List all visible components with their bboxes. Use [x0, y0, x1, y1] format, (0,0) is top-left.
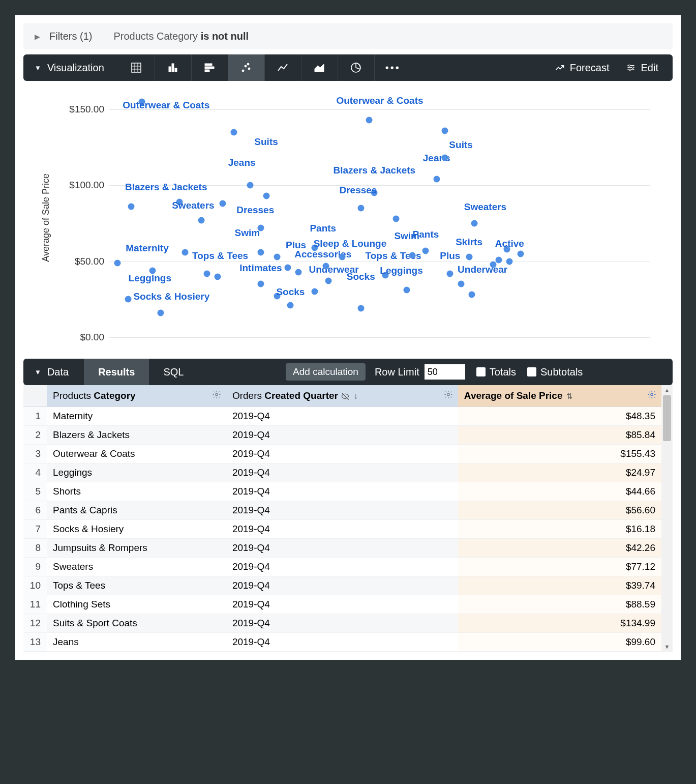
scatter-point[interactable] — [404, 287, 410, 294]
chart-type-area[interactable] — [301, 54, 338, 81]
scatter-point[interactable] — [392, 215, 399, 222]
scatter-point[interactable] — [128, 204, 134, 210]
scatter-point[interactable] — [125, 296, 132, 303]
forecast-button[interactable]: Forecast — [547, 62, 618, 74]
row-number: 4 — [23, 463, 47, 482]
expand-filters-icon[interactable]: ▶ — [35, 33, 40, 41]
scatter-point[interactable] — [447, 270, 453, 277]
scatter-point[interactable] — [198, 217, 204, 223]
scatter-point[interactable] — [158, 310, 164, 316]
scatter-point[interactable] — [176, 199, 183, 206]
scatter-point[interactable] — [114, 259, 120, 266]
point-label: Swim — [394, 230, 419, 242]
scroll-thumb[interactable] — [663, 395, 671, 441]
scatter-point[interactable] — [181, 249, 188, 255]
scatter-point[interactable] — [357, 205, 364, 212]
scatter-point[interactable] — [490, 261, 497, 268]
scatter-point[interactable] — [409, 252, 415, 258]
scatter-point[interactable] — [203, 270, 210, 277]
scatter-point[interactable] — [138, 98, 145, 105]
scatter-point[interactable] — [458, 281, 464, 287]
totals-checkbox[interactable]: Totals — [476, 366, 516, 378]
table-row[interactable]: 13Jeans2019-Q4$99.60 — [23, 633, 661, 652]
table-row[interactable]: 9Sweaters2019-Q4$77.12 — [23, 558, 661, 576]
table-row[interactable]: 3Outerwear & Coats2019-Q4$155.43 — [23, 445, 661, 463]
tab-results[interactable]: Results — [84, 359, 149, 385]
table-row[interactable]: 10Tops & Tees2019-Q4$39.74 — [23, 576, 661, 595]
table-row[interactable]: 6Pants & Capris2019-Q4$56.60 — [23, 501, 661, 520]
subtotals-checkbox[interactable]: Subtotals — [527, 366, 594, 378]
edit-visualization-button[interactable]: Edit — [618, 62, 673, 74]
gear-icon[interactable] — [647, 390, 656, 402]
scatter-point[interactable] — [357, 305, 364, 312]
scatter-point[interactable] — [504, 246, 510, 252]
pivot-icon[interactable]: ⇅ — [566, 392, 573, 400]
scatter-point[interactable] — [471, 220, 478, 226]
tab-sql[interactable]: SQL — [149, 359, 198, 385]
scatter-point[interactable] — [295, 269, 302, 275]
vertical-scrollbar[interactable]: ▲ ▼ — [661, 385, 673, 652]
scatter-point[interactable] — [441, 155, 448, 161]
collapse-visualization-icon[interactable]: ▼ — [23, 64, 47, 72]
header-orders-quarter[interactable]: Orders Created Quarter ↓ — [226, 385, 458, 407]
filters-bar[interactable]: ▶ Filters (1) Products Category is not n… — [23, 23, 673, 49]
chart-type-bar[interactable] — [192, 54, 228, 81]
scatter-point[interactable] — [433, 176, 440, 183]
row-limit-input[interactable] — [425, 364, 465, 380]
scatter-point[interactable] — [312, 244, 318, 251]
add-calculation-button[interactable]: Add calculation — [286, 363, 366, 381]
table-row[interactable]: 8Jumpsuits & Rompers2019-Q4$42.26 — [23, 539, 661, 558]
scatter-point[interactable] — [517, 250, 524, 257]
scatter-point[interactable] — [149, 267, 156, 274]
scatter-point[interactable] — [274, 253, 280, 260]
scatter-point[interactable] — [220, 200, 226, 207]
table-row[interactable]: 1Maternity2019-Q4$48.35 — [23, 407, 661, 426]
scatter-point[interactable] — [366, 117, 372, 123]
table-row[interactable]: 4Leggings2019-Q4$24.97 — [23, 463, 661, 482]
point-label: Socks — [347, 271, 375, 282]
sort-desc-icon[interactable]: ↓ — [354, 391, 358, 401]
chart-type-scatter[interactable] — [228, 54, 265, 81]
gear-icon[interactable] — [212, 390, 221, 402]
table-row[interactable]: 7Socks & Hosiery2019-Q4$16.18 — [23, 520, 661, 539]
scatter-point[interactable] — [468, 292, 475, 298]
scatter-plot[interactable]: $0.00$50.00$100.00$150.00Outerwear & Coa… — [53, 88, 653, 347]
scroll-up-icon[interactable]: ▲ — [661, 385, 673, 395]
scatter-point[interactable] — [257, 224, 264, 231]
table-row[interactable]: 2Blazers & Jackets2019-Q4$85.84 — [23, 426, 661, 445]
scatter-point[interactable] — [496, 256, 502, 263]
scatter-point[interactable] — [257, 281, 264, 287]
scatter-point[interactable] — [285, 264, 291, 271]
scroll-down-icon[interactable]: ▼ — [661, 642, 673, 652]
table-row[interactable]: 12Suits & Sport Coats2019-Q4$134.99 — [23, 614, 661, 633]
scatter-point[interactable] — [322, 263, 329, 269]
gear-icon[interactable] — [444, 390, 453, 402]
chart-type-line[interactable] — [265, 54, 301, 81]
header-products-category[interactable]: Products Category — [47, 385, 226, 407]
scatter-point[interactable] — [422, 247, 429, 254]
header-avg-sale-price[interactable]: Average of Sale Price ⇅ — [458, 385, 661, 407]
scatter-point[interactable] — [506, 258, 513, 265]
scatter-point[interactable] — [257, 249, 264, 255]
hidden-icon[interactable] — [341, 390, 350, 401]
scatter-point[interactable] — [230, 129, 237, 135]
scatter-point[interactable] — [339, 253, 345, 260]
scatter-point[interactable] — [371, 190, 378, 196]
chart-type-more[interactable]: ••• — [375, 54, 411, 81]
scatter-point[interactable] — [466, 253, 472, 260]
table-row[interactable]: 11Clothing Sets2019-Q4$88.59 — [23, 595, 661, 614]
chart-type-pie[interactable] — [338, 54, 375, 81]
collapse-data-icon[interactable]: ▼ — [23, 368, 47, 376]
scatter-point[interactable] — [382, 272, 388, 278]
chart-type-column[interactable] — [155, 54, 192, 81]
scatter-point[interactable] — [325, 278, 331, 284]
scatter-point[interactable] — [214, 273, 221, 280]
scatter-point[interactable] — [312, 288, 318, 295]
scatter-point[interactable] — [274, 293, 280, 300]
scatter-point[interactable] — [263, 193, 269, 199]
scatter-point[interactable] — [247, 182, 253, 189]
scatter-point[interactable] — [441, 127, 448, 134]
chart-type-table[interactable] — [118, 54, 155, 81]
table-row[interactable]: 5Shorts2019-Q4$44.66 — [23, 482, 661, 501]
scatter-point[interactable] — [287, 302, 294, 309]
